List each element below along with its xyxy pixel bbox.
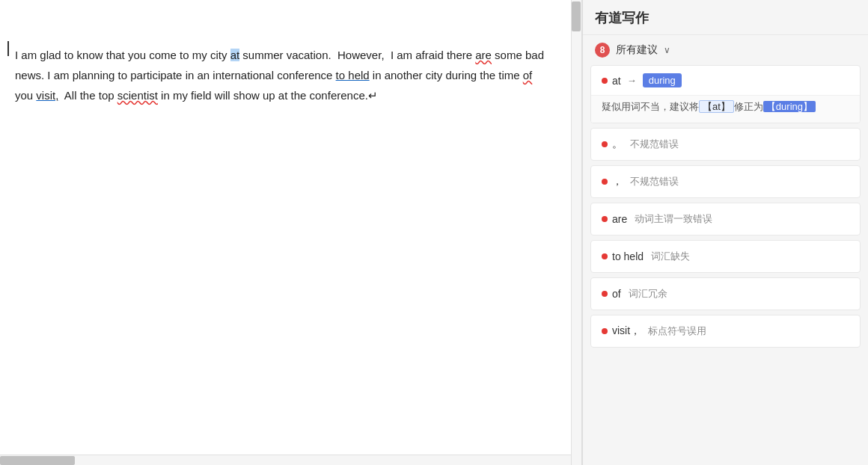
suggestion-dot-comma — [602, 179, 608, 185]
suggestion-word-are: are — [612, 213, 627, 225]
suggestion-replacement-during[interactable]: during — [643, 73, 682, 87]
suggestions-label: 所有建议 — [616, 43, 658, 57]
suggestion-word-of: of — [612, 288, 621, 300]
suggestion-type-period: 不规范错误 — [630, 138, 679, 151]
highlight-at: 【at】 — [699, 100, 734, 113]
highlight-during: 【during】 — [763, 101, 816, 112]
suggestions-bar[interactable]: 8 所有建议 ∨ — [583, 35, 868, 65]
cursor — [7, 41, 9, 56]
chevron-down-icon: ∨ — [664, 45, 670, 55]
suggestion-dot-visit — [602, 328, 608, 334]
suggestion-card-comma-header[interactable]: ， 不规范错误 — [591, 166, 860, 197]
right-panel-header: 有道写作 — [583, 0, 868, 35]
suggestion-card-period[interactable]: 。 不规范错误 — [590, 128, 861, 161]
editor-content[interactable]: I am glad to know that you come to my ci… — [0, 0, 572, 465]
suggestion-card-to-held[interactable]: to held 词汇缺失 — [590, 240, 861, 273]
suggestion-card-are[interactable]: are 动词主谓一致错误 — [590, 203, 861, 235]
suggestion-card-at[interactable]: at → during 疑似用词不当，建议将【at】修正为【during】 — [590, 65, 861, 123]
editor-scrollbar-thumb-h[interactable] — [0, 456, 75, 465]
suggestion-type-visit: 标点符号误用 — [648, 324, 706, 338]
right-panel: 有道写作 8 所有建议 ∨ at → during 疑似用词不当，建议将【at】… — [582, 0, 868, 465]
editor-scrollbar-thumb-v[interactable] — [572, 1, 581, 31]
suggestion-type-are: 动词主谓一致错误 — [635, 212, 712, 226]
word-of: of — [523, 69, 533, 81]
panel-title: 有道写作 — [595, 9, 649, 27]
suggestion-card-are-header[interactable]: are 动词主谓一致错误 — [591, 203, 860, 235]
word-at: at — [230, 49, 240, 61]
suggestion-desc-at: 疑似用词不当，建议将【at】修正为【during】 — [591, 95, 860, 123]
suggestion-card-of-header[interactable]: of 词汇冗余 — [591, 278, 860, 310]
suggestion-card-visit[interactable]: visit， 标点符号误用 — [590, 315, 861, 348]
suggestion-word-period: 。 — [612, 138, 623, 151]
word-are: are — [475, 49, 492, 61]
editor-scrollbar-vertical[interactable] — [571, 0, 581, 465]
suggestion-word-visit: visit， — [612, 324, 641, 338]
suggestion-dot-period — [602, 141, 608, 147]
suggestion-type-of: 词汇冗余 — [629, 287, 667, 301]
suggestion-card-to-held-header[interactable]: to held 词汇缺失 — [591, 241, 860, 272]
word-visit: visit, — [36, 89, 58, 102]
suggestion-card-comma[interactable]: ， 不规范错误 — [590, 165, 861, 198]
suggestion-dot-are — [602, 216, 608, 222]
suggestion-dot-to-held — [602, 253, 608, 259]
suggestion-word-comma: ， — [612, 175, 623, 188]
suggestion-dot-of — [602, 291, 608, 297]
suggestion-word-at: at — [612, 75, 621, 87]
suggestion-type-comma: 不规范错误 — [630, 175, 679, 188]
suggestion-card-of[interactable]: of 词汇冗余 — [590, 277, 861, 310]
badge-count: 8 — [595, 43, 610, 58]
suggestion-card-visit-header[interactable]: visit， 标点符号误用 — [591, 315, 860, 347]
suggestion-word-to-held: to held — [612, 250, 644, 262]
editor-scrollbar-horizontal[interactable] — [0, 455, 571, 465]
editor-text[interactable]: I am glad to know that you come to my ci… — [15, 45, 549, 105]
suggestion-type-to-held: 词汇缺失 — [651, 250, 690, 263]
word-scientist: scientist — [117, 89, 158, 102]
editor-panel: I am glad to know that you come to my ci… — [0, 0, 582, 465]
suggestion-card-period-header[interactable]: 。 不规范错误 — [591, 129, 860, 160]
suggestion-card-at-header[interactable]: at → during — [591, 66, 860, 95]
word-to-held: to held — [336, 69, 370, 81]
suggestion-dot-at — [602, 78, 608, 84]
arrow-icon: → — [627, 75, 637, 86]
